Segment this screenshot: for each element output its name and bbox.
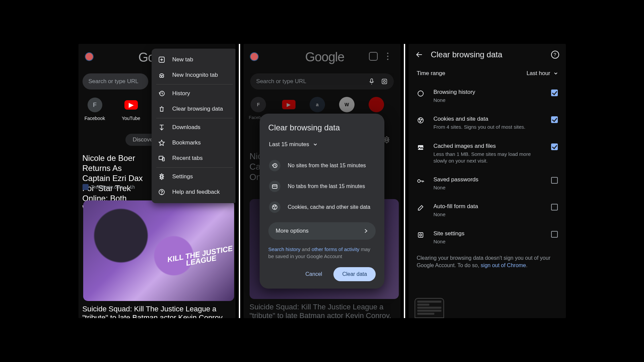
search-history-link[interactable]: Search history xyxy=(268,246,301,252)
help-icon[interactable]: ? xyxy=(551,51,559,59)
sign-out-link[interactable]: sign out of Chrome xyxy=(481,262,526,268)
svg-point-26 xyxy=(274,208,275,208)
item-cache[interactable]: Cached images and filesLess than 1 MB. S… xyxy=(417,137,557,171)
shortcut-label: Facebook xyxy=(85,116,105,121)
checkbox[interactable] xyxy=(551,204,558,210)
menu-new-tab[interactable]: New tab xyxy=(152,52,235,67)
help-icon xyxy=(158,189,165,195)
menu-separator xyxy=(156,167,233,168)
shortcut-youtube[interactable]: ▶ YouTube xyxy=(120,98,142,121)
avatar[interactable] xyxy=(85,52,94,61)
article-headline-2-dim: Suicide Squad: Kill The Justice League a… xyxy=(250,303,400,318)
more-button[interactable] xyxy=(384,52,391,61)
item-title: Auto-fill form data xyxy=(433,203,542,210)
item-site-settings[interactable]: Site settingsNone xyxy=(417,224,557,251)
svg-point-31 xyxy=(421,119,422,120)
item-autofill[interactable]: Auto-fill form dataNone xyxy=(417,197,557,224)
google-logo: Google xyxy=(305,50,344,64)
menu-label: Clear browsing data xyxy=(172,106,223,112)
item-title: Browsing history xyxy=(433,89,542,96)
svg-marker-38 xyxy=(418,205,423,210)
checkbox[interactable] xyxy=(551,231,558,238)
gear-icon xyxy=(158,173,165,180)
history-icon xyxy=(158,90,165,97)
clear-data-dialog: Clear browsing data Last 15 minutes No s… xyxy=(260,114,384,289)
article-headline-2[interactable]: Suicide Squad: Kill The Justice League a… xyxy=(83,305,235,318)
article-timestamp: 1h xyxy=(130,184,135,190)
menu-downloads[interactable]: Downloads xyxy=(152,120,235,135)
preview-thumbnail xyxy=(415,298,444,318)
incognito-icon xyxy=(158,72,165,78)
overflow-menu: New tab New Incognito tab History Clear … xyxy=(152,49,235,203)
dialog-row-label: Cookies, cache and other site data xyxy=(288,204,370,210)
back-arrow-icon[interactable] xyxy=(415,51,423,59)
image-icon xyxy=(417,143,425,152)
svg-rect-11 xyxy=(162,158,164,161)
item-subtitle: None xyxy=(433,238,541,245)
cookie-icon xyxy=(269,201,280,213)
time-range-dropdown[interactable]: Last 15 minutes xyxy=(268,140,376,149)
panel-chrome-menu: Go Search or type URL F Facebook ▶ YouTu… xyxy=(78,44,235,318)
checkbox[interactable] xyxy=(551,89,558,96)
item-title: Site settings xyxy=(433,230,542,237)
svg-point-24 xyxy=(273,206,274,207)
search-input[interactable]: Search or type URL xyxy=(83,73,148,89)
menu-label: New Incognito tab xyxy=(172,72,218,78)
svg-point-23 xyxy=(272,205,277,209)
menu-incognito[interactable]: New Incognito tab xyxy=(152,67,235,83)
dialog-row-sites: No sites from the last 15 minutes xyxy=(268,155,376,176)
search-input[interactable]: Search or type URL xyxy=(250,73,394,89)
history-icon xyxy=(269,160,280,171)
settings-header: Clear browsing data ? xyxy=(409,44,566,65)
item-passwords[interactable]: Saved passwordsNone xyxy=(417,170,557,197)
time-range-row[interactable]: Time range Last hour xyxy=(409,65,566,81)
time-range-label: Time range xyxy=(417,70,445,77)
svg-rect-15 xyxy=(371,79,373,82)
activity-link[interactable]: other forms of activity xyxy=(312,246,360,252)
cookie-icon xyxy=(417,116,425,124)
clear-data-button[interactable]: Clear data xyxy=(333,267,376,281)
item-title: Cookies and site data xyxy=(433,116,542,122)
svg-point-25 xyxy=(275,206,276,206)
svg-point-12 xyxy=(161,176,163,178)
star-icon xyxy=(158,139,165,146)
article-meta: TrekMovie.com · 1h xyxy=(83,184,135,190)
checkbox[interactable] xyxy=(551,116,558,123)
clear-data-list: Browsing historyNone Cookies and site da… xyxy=(409,81,566,251)
svg-point-29 xyxy=(418,118,423,123)
plus-square-icon xyxy=(158,56,165,63)
lens-icon[interactable] xyxy=(381,78,388,85)
mic-icon[interactable] xyxy=(368,78,375,85)
svg-rect-17 xyxy=(382,79,387,84)
menu-clear-data[interactable]: Clear browsing data xyxy=(152,101,235,117)
panel-divider xyxy=(239,44,240,318)
article-image[interactable]: KILL THE JUSTICE LEAGUE xyxy=(83,200,234,301)
shortcut-facebook[interactable]: F Facebook xyxy=(84,98,106,121)
menu-label: Settings xyxy=(172,173,193,180)
more-options-button[interactable]: More options xyxy=(268,222,376,240)
svg-rect-33 xyxy=(418,145,423,150)
menu-help[interactable]: Help and feedback xyxy=(152,184,235,200)
checkbox[interactable] xyxy=(551,143,558,150)
item-title: Saved passwords xyxy=(433,176,542,183)
time-range-value: Last hour xyxy=(527,70,550,77)
tabs-button[interactable] xyxy=(369,52,378,61)
menu-history[interactable]: History xyxy=(152,86,235,101)
chevron-down-icon xyxy=(554,71,558,75)
item-subtitle: Less than 1 MB. Some sites may load more… xyxy=(433,151,541,165)
item-subtitle: None xyxy=(433,211,541,218)
checkbox[interactable] xyxy=(551,177,558,184)
panel-clear-dialog: Google Search or type URL FFacebook ▶ a … xyxy=(244,44,400,318)
svg-point-4 xyxy=(162,75,164,77)
menu-bookmarks[interactable]: Bookmarks xyxy=(152,135,235,150)
cancel-button[interactable]: Cancel xyxy=(300,268,328,281)
avatar[interactable] xyxy=(250,52,259,61)
item-cookies[interactable]: Cookies and site dataFrom 4 sites. Signs… xyxy=(417,110,557,136)
item-subtitle: From 4 sites. Signs you out of most site… xyxy=(433,124,541,130)
item-browsing-history[interactable]: Browsing historyNone xyxy=(417,83,557,110)
article-source: TrekMovie.com xyxy=(91,184,123,190)
menu-settings[interactable]: Settings xyxy=(152,169,235,184)
svg-point-14 xyxy=(161,194,162,194)
menu-recent-tabs[interactable]: Recent tabs xyxy=(152,150,235,166)
more-options-label: More options xyxy=(276,228,309,234)
